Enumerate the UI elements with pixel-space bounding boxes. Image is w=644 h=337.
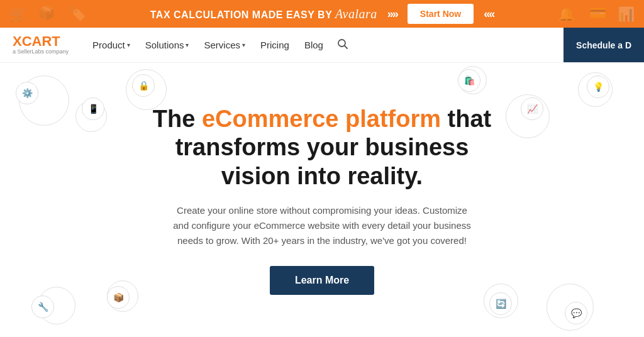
- logo-cart: CART: [22, 33, 60, 49]
- banner-arrow-right: »»: [387, 8, 397, 21]
- hero-icon-6: 🛍️: [458, 69, 480, 92]
- bg-circle-3: [126, 69, 167, 110]
- top-banner: 🛒 📦 🏷️ 💳 📊 🔔 TAX CALCULATION MADE EASY B…: [0, 0, 644, 28]
- bg-circle-4: [578, 72, 613, 107]
- navbar: XCART a SellerLabs company Product ▾ Sol…: [0, 28, 644, 63]
- chevron-down-icon-services: ▾: [242, 41, 245, 48]
- svg-line-1: [345, 45, 347, 48]
- banner-text-pre: TAX CALCULATION MADE EASY BY: [150, 9, 335, 20]
- hero-content: The eCommerce platform thattransforms yo…: [153, 105, 491, 296]
- hero-icon-2: 📱: [82, 97, 104, 120]
- hero-icon-9: 💬: [565, 302, 587, 324]
- banner-bg-icon-5: 📊: [618, 6, 635, 23]
- hero-icon-4: 💡: [587, 75, 609, 98]
- bg-circle-6: [458, 66, 487, 94]
- logo-subtitle: a SellerLabs company: [13, 48, 69, 55]
- hero-title-pre: The: [153, 106, 202, 132]
- nav-item-pricing[interactable]: Pricing: [254, 35, 296, 55]
- nav-items: Product ▾ Solutions ▾ Services ▾ Pricing…: [86, 33, 631, 57]
- banner-bg-icon-6: 🔔: [558, 6, 575, 23]
- nav-label-services: Services: [204, 40, 240, 50]
- banner-text: TAX CALCULATION MADE EASY BY Avalara: [150, 7, 377, 21]
- bg-circle-7: [38, 287, 75, 324]
- logo-x: X: [13, 33, 22, 49]
- hero-icon-1: ⚙️: [16, 82, 38, 104]
- chevron-down-icon-product: ▾: [127, 41, 130, 48]
- hero-icon-5: 📈: [521, 97, 543, 120]
- nav-label-blog: Blog: [304, 40, 323, 50]
- bg-circle-2: [75, 101, 107, 132]
- start-now-button[interactable]: Start Now: [408, 4, 474, 24]
- banner-bg-icon-3: 🏷️: [69, 6, 86, 23]
- logo[interactable]: XCART a SellerLabs company: [13, 35, 69, 55]
- nav-item-blog[interactable]: Blog: [298, 35, 330, 55]
- bg-circle-5: [506, 94, 550, 138]
- schedule-demo-button[interactable]: Schedule a D: [564, 28, 644, 62]
- banner-bg-icon-2: 📦: [38, 5, 55, 21]
- chevron-down-icon-solutions: ▾: [186, 41, 189, 48]
- nav-label-solutions: Solutions: [145, 40, 184, 50]
- hero-icon-7: 🔧: [31, 296, 54, 318]
- bg-circle-1: [19, 75, 69, 126]
- hero-icon-3: 🔒: [132, 74, 155, 97]
- hero-subtitle: Create your online store without comprom…: [171, 203, 473, 248]
- hero-section: ⚙️ 📱 🔒 💡 📈 🛍️ 🔧 📦 💬 🔄 The eCommerce plat…: [0, 63, 644, 337]
- search-icon[interactable]: [332, 33, 353, 57]
- nav-label-pricing: Pricing: [260, 40, 289, 50]
- hero-icon-10: 🔄: [489, 292, 512, 315]
- nav-item-solutions[interactable]: Solutions ▾: [139, 35, 196, 55]
- nav-item-product[interactable]: Product ▾: [86, 35, 136, 55]
- logo-text: XCART: [13, 35, 69, 48]
- nav-label-product: Product: [92, 40, 125, 50]
- hero-icon-8: 📦: [107, 286, 130, 309]
- banner-bg-icon-4: 💳: [589, 5, 606, 21]
- banner-arrow-left: ««: [484, 8, 494, 21]
- bg-circle-8: [107, 280, 138, 312]
- banner-bg-icon-1: 🛒: [9, 6, 26, 23]
- hero-title: The eCommerce platform thattransforms yo…: [153, 105, 491, 191]
- nav-item-services[interactable]: Services ▾: [197, 35, 252, 55]
- learn-more-button[interactable]: Learn More: [270, 266, 374, 295]
- hero-title-highlight: eCommerce platform: [202, 106, 441, 132]
- avalara-logo: Avalara: [335, 7, 377, 21]
- bg-circle-9: [547, 284, 594, 331]
